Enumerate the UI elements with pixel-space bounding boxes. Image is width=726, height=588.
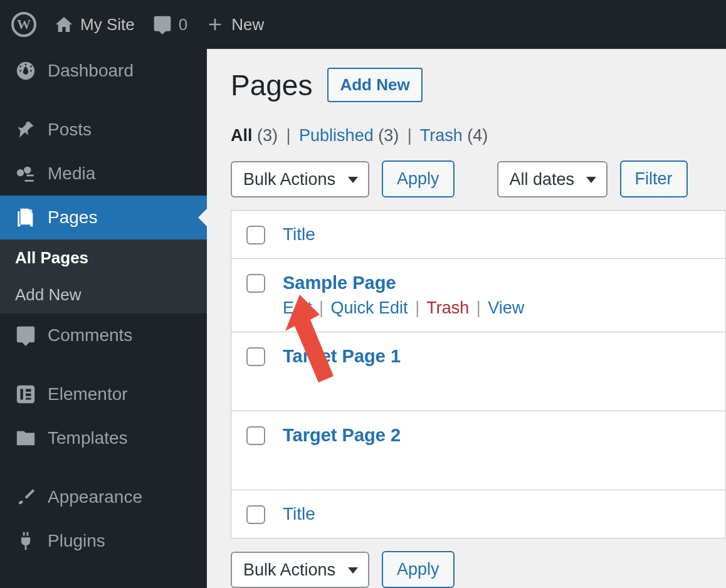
filter-trash[interactable]: Trash (4) xyxy=(420,126,488,145)
sidebar-label: Appearance xyxy=(48,487,142,507)
dashboard-icon xyxy=(15,60,36,81)
site-home-link[interactable]: My Site xyxy=(54,14,135,34)
plus-icon xyxy=(205,14,225,34)
comments-count: 0 xyxy=(179,15,187,34)
comment-icon xyxy=(152,14,172,34)
page-title: Pages xyxy=(231,68,312,102)
action-trash[interactable]: Trash xyxy=(426,298,469,317)
sidebar-item-templates[interactable]: Templates xyxy=(0,416,207,460)
svg-rect-3 xyxy=(26,394,31,396)
sidebar-item-dashboard[interactable]: Dashboard xyxy=(0,49,207,93)
submenu-add-new[interactable]: Add New xyxy=(0,276,207,313)
sidebar-item-pages[interactable]: Pages xyxy=(0,196,207,239)
sidebar-label: Posts xyxy=(48,120,92,140)
apply-button[interactable]: Apply xyxy=(382,160,455,197)
brush-icon xyxy=(15,486,36,508)
sidebar-label: Plugins xyxy=(48,531,105,551)
table-row: Sample Page Edit | Quick Edit | Trash | … xyxy=(231,259,725,332)
sidebar-label: Templates xyxy=(48,428,128,448)
sidebar-label: Comments xyxy=(48,325,132,345)
new-label: New xyxy=(231,15,264,34)
elementor-icon xyxy=(15,384,36,405)
site-name: My Site xyxy=(80,15,135,34)
pages-submenu: All Pages Add New xyxy=(0,239,207,313)
sidebar-item-elementor[interactable]: Elementor xyxy=(0,372,207,416)
sidebar-item-media[interactable]: Media xyxy=(0,152,207,196)
action-view[interactable]: View xyxy=(488,298,524,317)
sidebar-item-plugins[interactable]: Plugins xyxy=(0,519,207,563)
svg-rect-1 xyxy=(21,389,23,400)
sidebar-item-comments[interactable]: Comments xyxy=(0,313,207,357)
select-all-checkbox-bottom[interactable] xyxy=(246,505,265,524)
new-content-link[interactable]: New xyxy=(205,14,264,34)
bulk-actions-select[interactable]: Bulk Actions xyxy=(231,161,369,197)
sidebar-label: Pages xyxy=(48,207,97,228)
action-edit[interactable]: Edit xyxy=(283,298,312,317)
table-header: Title xyxy=(231,211,725,259)
wordpress-icon: W xyxy=(11,12,36,37)
sidebar-item-appearance[interactable]: Appearance xyxy=(0,475,207,519)
folder-icon xyxy=(15,428,36,449)
comments-link[interactable]: 0 xyxy=(152,14,187,34)
media-icon xyxy=(15,163,36,184)
page-title-link[interactable]: Target Page 1 xyxy=(283,346,401,367)
action-quick-edit[interactable]: Quick Edit xyxy=(331,298,408,317)
comment-icon xyxy=(15,325,36,346)
main-content: Pages Add New All (3) | Published (3) | … xyxy=(207,49,726,588)
sidebar-item-posts[interactable]: Posts xyxy=(0,108,207,152)
admin-sidebar: Dashboard Posts Media Pages All Pages Ad… xyxy=(0,49,207,588)
plug-icon xyxy=(15,530,36,552)
title-column-header[interactable]: Title xyxy=(283,224,315,244)
table-footer: Title xyxy=(231,490,725,538)
svg-rect-2 xyxy=(26,389,31,392)
pin-icon xyxy=(15,119,36,140)
tablenav-bottom: Bulk Actions Apply xyxy=(231,551,726,588)
filter-all[interactable]: All (3) xyxy=(231,126,283,145)
sidebar-label: Dashboard xyxy=(48,61,134,81)
wp-logo-link[interactable]: W xyxy=(11,12,36,37)
row-checkbox[interactable] xyxy=(246,274,265,293)
pages-icon xyxy=(15,207,36,228)
row-checkbox[interactable] xyxy=(246,347,265,366)
page-header: Pages Add New xyxy=(231,68,726,102)
submenu-all-pages[interactable]: All Pages xyxy=(0,239,207,276)
sidebar-label: Elementor xyxy=(48,384,128,404)
filter-button[interactable]: Filter xyxy=(620,160,688,197)
bulk-actions-select-bottom[interactable]: Bulk Actions xyxy=(231,552,369,588)
table-row: Target Page 1 xyxy=(231,332,725,411)
title-column-footer[interactable]: Title xyxy=(283,504,315,523)
add-new-button[interactable]: Add New xyxy=(327,68,422,102)
table-row: Target Page 2 xyxy=(231,411,725,490)
select-all-checkbox[interactable] xyxy=(246,226,265,244)
tablenav-top: Bulk Actions Apply All dates Filter xyxy=(231,160,726,197)
apply-button-bottom[interactable]: Apply xyxy=(382,551,455,588)
sidebar-label: Media xyxy=(48,164,95,184)
page-title-link[interactable]: Target Page 2 xyxy=(283,425,401,446)
row-actions: Edit | Quick Edit | Trash | View xyxy=(283,298,710,318)
admin-bar: W My Site 0 New xyxy=(0,0,726,49)
view-filters: All (3) | Published (3) | Trash (4) xyxy=(231,126,726,145)
date-filter-select[interactable]: All dates xyxy=(497,161,608,197)
page-title-link[interactable]: Sample Page xyxy=(283,273,396,293)
filter-published[interactable]: Published (3) xyxy=(299,126,404,145)
pages-table: Title Sample Page Edit | Quick Edit | Tr… xyxy=(231,210,726,538)
home-icon xyxy=(54,14,74,34)
row-checkbox[interactable] xyxy=(246,426,265,445)
svg-rect-4 xyxy=(26,398,31,400)
